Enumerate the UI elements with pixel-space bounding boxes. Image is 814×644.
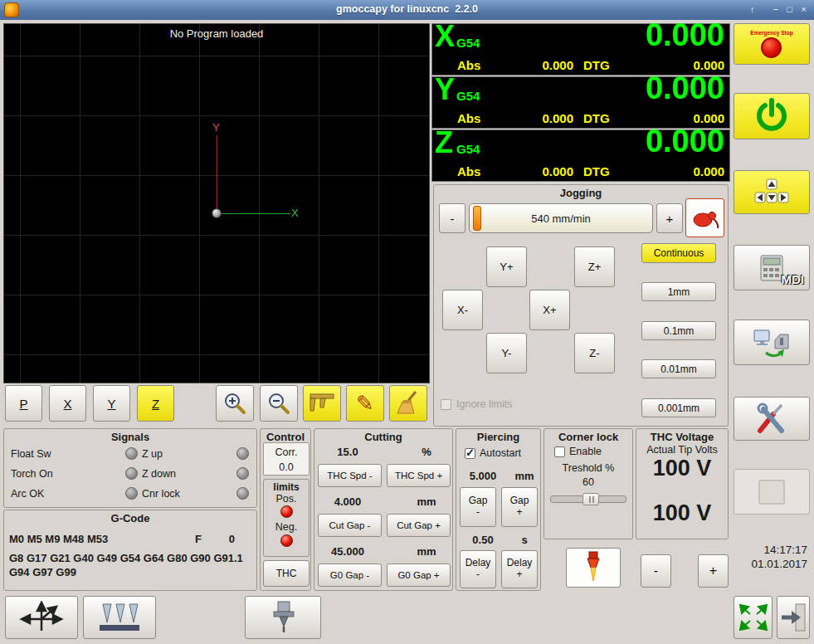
- threshold-slider-handle[interactable]: [582, 493, 599, 505]
- exit-button[interactable]: [777, 596, 810, 639]
- jog-axes-button[interactable]: [5, 596, 78, 639]
- corner-lock-enable-checkbox[interactable]: [554, 446, 565, 457]
- zoom-in-button[interactable]: [216, 385, 254, 422]
- thc-speed-value: 15.0: [318, 446, 378, 458]
- cut-gap-decrease-button[interactable]: Cut Gap -: [318, 514, 382, 537]
- tools-icon: [753, 402, 790, 436]
- jog-speed-increase-button[interactable]: +: [656, 203, 683, 233]
- corner-lock-frame: Corner lock Enable Treshold % 60: [543, 428, 633, 539]
- pos-label: Pos.: [264, 493, 309, 505]
- shade-button[interactable]: ↑: [745, 3, 759, 17]
- dro-dtg-label: DTG: [583, 58, 610, 72]
- arc-ok-led: [125, 487, 138, 500]
- active-mcodes: M0 M5 M9 M48 M53: [9, 533, 108, 545]
- threshold-label: Treshold %: [544, 462, 632, 474]
- broom-icon: [396, 390, 421, 417]
- dro-value: 0.000: [646, 71, 724, 106]
- edit-offsets-button[interactable]: ✎: [346, 385, 384, 422]
- increment-1mm-button[interactable]: 1mm: [641, 282, 716, 301]
- jog-x-minus-button[interactable]: X-: [442, 290, 483, 330]
- increment-0-01mm-button[interactable]: 0.01mm: [641, 359, 716, 378]
- tool-change-button[interactable]: [245, 596, 321, 639]
- float-sw-led: [125, 447, 138, 460]
- close-button[interactable]: ×: [797, 3, 811, 17]
- jog-speed-quick-button[interactable]: [685, 198, 724, 237]
- zoom-out-button[interactable]: [260, 385, 298, 422]
- maximize-button[interactable]: □: [782, 3, 797, 17]
- exit-door-icon: [779, 602, 807, 633]
- view-p-button[interactable]: P: [5, 385, 42, 422]
- autostart-checkbox[interactable]: [465, 448, 475, 459]
- neg-limit-led: [280, 534, 293, 547]
- pierce-gap-unit: mm: [511, 470, 538, 482]
- increment-0-001mm-button[interactable]: 0.001mm: [641, 398, 716, 417]
- pierce-gap-decrease-button[interactable]: Gap -: [460, 487, 496, 527]
- jog-z-plus-button[interactable]: Z+: [574, 246, 615, 287]
- correction-box: Corr. 0.0: [263, 442, 310, 476]
- dro-dtg-label: DTG: [583, 111, 610, 125]
- continuous-button[interactable]: Continuous: [641, 243, 716, 263]
- jog-y-plus-button[interactable]: Y+: [486, 246, 527, 287]
- view-x-label: X: [63, 397, 71, 411]
- mdi-label: MDI: [782, 272, 805, 286]
- jog-x-plus-button[interactable]: X+: [529, 290, 570, 330]
- thc-button[interactable]: THC: [263, 560, 310, 587]
- caliper-icon: [309, 391, 335, 416]
- auto-mode-button[interactable]: [734, 320, 810, 365]
- volts-decrease-button[interactable]: -: [641, 554, 671, 588]
- machine-on-button[interactable]: [734, 93, 810, 139]
- dro-axis-x[interactable]: X G54 0.000 Abs 0.000 DTG 0.000: [431, 23, 730, 76]
- thc-speed-increase-button[interactable]: THC Spd +: [387, 464, 451, 487]
- origin-marker: [212, 208, 222, 218]
- dro-axis-z[interactable]: Z G54 0.000 Abs 0.000 DTG 0.000: [431, 129, 730, 182]
- pos-limit-led: [280, 505, 293, 518]
- spindle-tool-icon: [258, 600, 308, 635]
- z-up-label: Z up: [142, 448, 163, 460]
- increment-0-1mm-button[interactable]: 0.1mm: [641, 321, 716, 340]
- jog-speed-decrease-button[interactable]: -: [439, 203, 465, 233]
- minimize-button[interactable]: −: [768, 3, 782, 17]
- mdi-mode-button[interactable]: MDI: [734, 245, 810, 290]
- dro-letter: Y: [435, 72, 455, 107]
- corner-lock-enable-label: Enable: [569, 446, 602, 457]
- thc-voltage-title: THC Voltage: [636, 431, 728, 443]
- jog-z-minus-button[interactable]: Z-: [574, 333, 615, 373]
- manual-jog-mode-button[interactable]: [734, 170, 810, 214]
- dro-system: G54: [456, 36, 480, 50]
- cut-gap-value: 4.000: [318, 495, 378, 508]
- cut-gap-increase-button[interactable]: Cut Gap +: [387, 514, 451, 537]
- g0-gap-decrease-button[interactable]: G0 Gap -: [318, 564, 382, 587]
- g0-gap-increase-button[interactable]: G0 Gap +: [387, 564, 451, 587]
- dro-abs-value: 0.000: [505, 58, 573, 72]
- tool-dimensions-button[interactable]: [303, 385, 341, 422]
- volts-increase-button[interactable]: +: [698, 554, 729, 588]
- dro-system: G54: [456, 89, 480, 103]
- jog-y-minus-button[interactable]: Y-: [486, 333, 527, 373]
- pierce-gap-increase-button[interactable]: Gap +: [501, 487, 538, 527]
- estop-button[interactable]: Emergency Stop: [734, 23, 810, 65]
- dro-abs-label: Abs: [457, 164, 480, 178]
- thc-speed-decrease-button[interactable]: THC Spd -: [318, 464, 382, 487]
- fullscreen-button[interactable]: [734, 596, 773, 639]
- settings-button[interactable]: [734, 397, 810, 441]
- view-z-button[interactable]: Z: [137, 385, 174, 422]
- ignore-limits-checkbox[interactable]: [441, 399, 451, 410]
- signals-title: Signals: [4, 431, 256, 443]
- dro-axis-y[interactable]: Y G54 0.000 Abs 0.000 DTG 0.000: [431, 76, 730, 129]
- torch-on-led: [125, 467, 138, 480]
- torch-test-button[interactable]: [566, 548, 621, 588]
- neg-label: Neg.: [264, 521, 309, 533]
- view-z-label: Z: [152, 397, 159, 411]
- view-y-button[interactable]: Y: [93, 385, 130, 422]
- cnr-lock-label: Cnr lock: [142, 488, 180, 500]
- view-x-button[interactable]: X: [49, 385, 86, 422]
- threshold-value: 60: [544, 476, 632, 488]
- pierce-delay-decrease-button[interactable]: Delay -: [460, 550, 496, 588]
- clear-plot-button[interactable]: [389, 385, 427, 422]
- touch-off-button[interactable]: [83, 596, 156, 639]
- limits-frame: limits Pos. Neg.: [263, 479, 310, 557]
- pierce-delay-increase-button[interactable]: Delay +: [501, 550, 538, 588]
- gremlin-preview[interactable]: No Program loaded Y X: [3, 23, 430, 383]
- jog-speed-slider[interactable]: 540 mm/min: [469, 203, 653, 233]
- jog-keys-icon: [753, 178, 791, 207]
